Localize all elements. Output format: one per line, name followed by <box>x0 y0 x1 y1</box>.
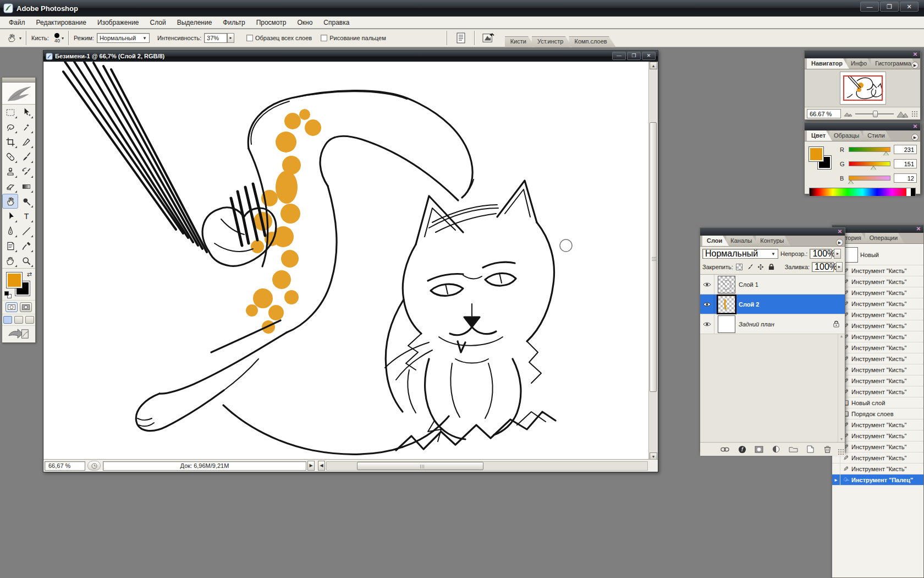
zoom-percentage-field[interactable]: 66,67 % <box>45 461 85 471</box>
opacity-spinner[interactable]: ▸ <box>834 249 841 259</box>
blend-mode-select[interactable]: Нормальный▼ <box>702 249 778 259</box>
foreground-color-swatch[interactable] <box>809 147 823 161</box>
green-slider[interactable] <box>849 161 890 166</box>
layer-row-background[interactable]: Задний план <box>700 314 845 334</box>
menu-item[interactable]: Фильтр <box>217 18 250 28</box>
history-item[interactable]: Инструмент "Кисть" <box>832 430 923 441</box>
fill-spinner[interactable]: ▸ <box>836 262 843 272</box>
resize-grip[interactable] <box>838 449 844 455</box>
strength-input[interactable]: 37% <box>204 33 227 43</box>
document-titlebar[interactable]: Безимени-1 @ 66,7% (Слой 2, RGB/8) — ❐ ✕ <box>43 51 658 62</box>
history-item[interactable]: Инструмент "Кисть" <box>832 353 923 364</box>
menu-item[interactable]: Окно <box>292 18 318 28</box>
path-selection-tool[interactable] <box>2 209 18 223</box>
maximize-button[interactable]: ❐ <box>880 2 899 12</box>
history-item[interactable]: Инструмент "Кисть" <box>832 419 923 430</box>
history-item[interactable]: Инструмент "Палец" <box>832 475 923 486</box>
navigator-panel-header[interactable]: ✕ <box>805 51 920 58</box>
adjustment-layer-icon[interactable] <box>771 445 781 454</box>
opacity-field[interactable]: 100% <box>810 249 832 259</box>
layers-panel-header[interactable]: ✕ <box>700 228 845 236</box>
lock-paint-icon[interactable] <box>746 263 754 271</box>
history-item[interactable]: Инструмент "Кисть" <box>832 331 923 342</box>
toolbox-drag-handle[interactable] <box>2 78 35 83</box>
menu-item[interactable]: Изображение <box>92 18 145 28</box>
resize-grip[interactable] <box>911 111 918 117</box>
history-panel-header[interactable]: ✕ <box>832 225 923 233</box>
menu-item[interactable]: Справка <box>318 18 355 28</box>
standard-screen-mode-button[interactable] <box>3 316 12 324</box>
history-source-cell[interactable] <box>832 464 840 474</box>
layer-group-icon[interactable] <box>788 445 798 454</box>
history-item[interactable]: Новый слой <box>832 397 923 408</box>
magic-wand-tool[interactable] <box>18 119 34 134</box>
lock-all-icon[interactable] <box>767 263 776 271</box>
standard-mode-button[interactable] <box>6 302 18 312</box>
history-item[interactable]: Инструмент "Кисть" <box>832 464 923 475</box>
red-value-field[interactable]: 231 <box>894 145 917 154</box>
finger-painting-checkbox[interactable] <box>321 35 327 41</box>
green-value-field[interactable]: 151 <box>894 159 917 168</box>
palette-tab[interactable]: Уст.инстр <box>532 36 573 47</box>
color-tab[interactable]: Образцы <box>829 130 866 141</box>
lock-transparency-icon[interactable] <box>735 263 744 271</box>
palette-tab[interactable]: Кисти <box>505 36 535 47</box>
history-source-cell[interactable] <box>832 475 840 485</box>
brush-preset-picker[interactable]: 40 ▾ <box>54 33 64 43</box>
doc-maximize-button[interactable]: ❐ <box>627 52 641 60</box>
history-item[interactable]: Инструмент "Кисть" <box>832 276 923 287</box>
fill-field[interactable]: 100% <box>812 262 834 272</box>
scroll-up-icon[interactable]: ▲ <box>650 62 657 69</box>
doc-close-button[interactable]: ✕ <box>642 52 656 60</box>
history-item[interactable]: Инструмент "Кисть" <box>832 375 923 386</box>
history-item[interactable]: Порядок слоев <box>832 408 923 419</box>
blue-slider[interactable] <box>849 176 890 181</box>
scroll-down-icon[interactable]: ▼ <box>838 437 845 441</box>
history-item[interactable]: Инструмент "Кисть" <box>832 309 923 320</box>
navigator-tab[interactable]: Навигатор <box>807 58 849 69</box>
history-item[interactable]: Инструмент "Кисть" <box>832 441 923 452</box>
menu-item[interactable]: Файл <box>3 18 31 28</box>
slider-thumb[interactable] <box>871 163 876 170</box>
layers-tab[interactable]: Каналы <box>726 236 758 246</box>
history-item[interactable]: Инструмент "Кисть" <box>832 320 923 331</box>
finger-painting-option[interactable]: Рисование пальцем <box>321 35 386 41</box>
close-icon[interactable]: ✕ <box>836 228 844 235</box>
doc-minimize-button[interactable]: — <box>612 52 626 60</box>
lasso-tool[interactable] <box>2 119 18 134</box>
blue-value-field[interactable]: 12 <box>894 173 917 183</box>
navigator-thumbnail[interactable] <box>840 72 886 105</box>
panel-menu-icon[interactable]: ▶ <box>836 239 843 246</box>
layer-thumbnail[interactable] <box>718 296 735 313</box>
history-brush-tool[interactable] <box>18 164 34 179</box>
clone-stamp-tool[interactable] <box>2 164 18 179</box>
history-item[interactable]: Инструмент "Кисть" <box>832 298 923 309</box>
horizontal-scrollbar[interactable] <box>326 461 648 471</box>
layer-thumbnail[interactable] <box>718 276 735 293</box>
zoom-in-icon[interactable] <box>897 110 909 118</box>
history-item[interactable]: Новый <box>832 244 923 265</box>
fullscreen-menubar-mode-button[interactable] <box>14 316 23 324</box>
move-tool[interactable] <box>18 105 34 119</box>
close-icon[interactable]: ✕ <box>915 226 922 232</box>
rectangular-marquee-tool[interactable] <box>2 105 18 119</box>
history-item[interactable]: Инструмент "Кисть" <box>832 386 923 397</box>
type-tool[interactable]: T <box>18 209 34 223</box>
color-spectrum-ramp[interactable] <box>809 188 916 197</box>
scroll-up-icon[interactable]: ▲ <box>838 334 845 338</box>
slice-tool[interactable] <box>18 134 34 149</box>
history-item[interactable]: Инструмент "Кисть" <box>832 287 923 298</box>
layer-mask-icon[interactable] <box>754 445 764 454</box>
zoom-out-icon[interactable] <box>844 111 853 117</box>
hscroll-left-icon[interactable]: ◀ <box>318 461 325 471</box>
hand-tool[interactable] <box>2 253 18 268</box>
layer-thumbnail[interactable] <box>718 315 735 333</box>
color-tab[interactable]: Цвет <box>807 130 832 141</box>
menu-item[interactable]: Редактирование <box>31 18 92 28</box>
quick-mask-mode-button[interactable] <box>20 302 32 312</box>
adobe-feather-logo-icon[interactable] <box>2 83 35 105</box>
panel-menu-icon[interactable]: ▶ <box>911 62 919 69</box>
brush-tool[interactable] <box>18 149 34 164</box>
minimize-button[interactable]: — <box>860 2 879 12</box>
edit-in-imageready-button[interactable] <box>8 328 30 341</box>
